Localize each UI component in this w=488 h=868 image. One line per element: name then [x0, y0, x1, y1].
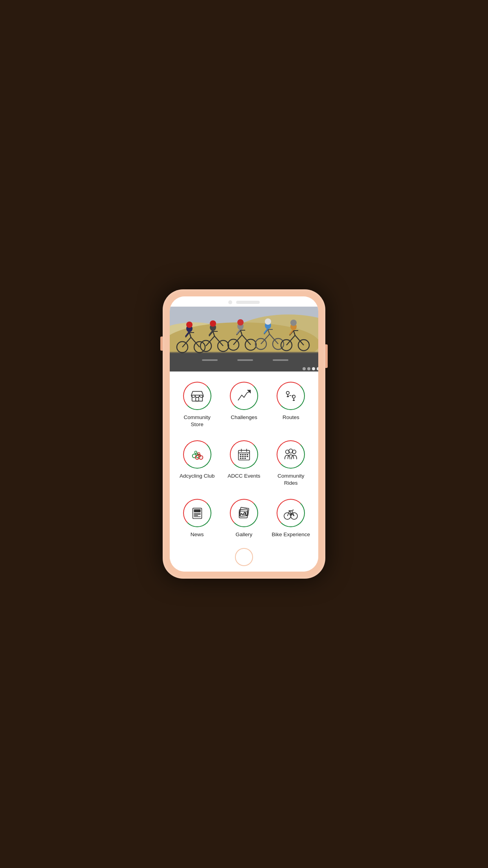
community-rides-icon — [283, 447, 298, 462]
news-icon-circle: NEWS — [183, 499, 211, 527]
routes-icon-circle — [277, 382, 305, 410]
phone-notch — [170, 296, 318, 307]
hero-banner — [170, 307, 318, 371]
svg-rect-89 — [242, 458, 244, 459]
svg-point-104 — [244, 512, 246, 514]
svg-rect-84 — [240, 456, 242, 457]
svg-rect-87 — [247, 456, 248, 457]
svg-rect-83 — [247, 454, 248, 455]
svg-rect-8 — [273, 359, 288, 361]
news-icon: NEWS — [190, 506, 205, 520]
svg-point-68 — [292, 395, 295, 398]
community-rides-label: Community Rides — [271, 473, 311, 486]
svg-point-66 — [286, 392, 290, 395]
svg-rect-88 — [240, 458, 242, 459]
bike-experience-icon-circle — [277, 499, 305, 527]
svg-rect-63 — [192, 395, 202, 401]
community-store-label: Community Store — [177, 414, 217, 428]
svg-point-59 — [303, 367, 306, 370]
community-rides-icon-circle — [277, 440, 305, 469]
svg-point-17 — [186, 322, 193, 328]
home-button[interactable] — [235, 548, 253, 566]
news-label: News — [191, 531, 204, 538]
menu-item-community-rides[interactable]: Community Rides — [268, 434, 314, 493]
menu-scroll: Community Store Challenges — [170, 371, 318, 545]
menu-item-adcc-events[interactable]: ADCC Events — [220, 434, 267, 493]
menu-item-gallery[interactable]: Gallery — [220, 493, 267, 544]
menu-grid: Community Store Challenges — [170, 371, 318, 545]
svg-rect-6 — [202, 359, 218, 361]
svg-rect-80 — [240, 454, 242, 455]
events-icon — [237, 447, 251, 462]
menu-item-adcycling-club[interactable]: Adcycling Club — [174, 434, 220, 493]
challenges-label: Challenges — [231, 414, 257, 421]
adcycling-icon — [190, 447, 205, 462]
menu-item-news[interactable]: NEWS News — [174, 493, 220, 544]
svg-point-72 — [194, 451, 197, 454]
routes-label: Routes — [283, 414, 299, 421]
svg-point-60 — [307, 367, 310, 370]
svg-point-57 — [290, 320, 297, 326]
adcc-events-icon-circle — [230, 440, 258, 469]
svg-point-27 — [210, 320, 216, 327]
routes-icon — [283, 388, 298, 403]
svg-rect-5 — [170, 353, 318, 371]
front-camera — [228, 300, 232, 304]
bike-icon — [283, 506, 298, 520]
svg-rect-7 — [237, 359, 253, 361]
bike-experience-label: Bike Experience — [272, 531, 310, 538]
gallery-label: Gallery — [236, 531, 253, 538]
phone-frame: Community Store Challenges — [163, 289, 325, 579]
home-button-area — [170, 545, 318, 572]
store-icon — [190, 388, 205, 403]
menu-item-community-store[interactable]: Community Store — [174, 375, 220, 434]
challenges-icon — [237, 388, 251, 403]
svg-rect-85 — [242, 456, 244, 457]
menu-item-bike-experience[interactable]: Bike Experience — [268, 493, 314, 544]
svg-point-47 — [265, 318, 271, 325]
svg-point-69 — [293, 400, 295, 401]
svg-point-105 — [284, 513, 291, 519]
gallery-icon — [237, 506, 251, 520]
phone-speaker — [236, 301, 260, 304]
gallery-icon-circle — [230, 499, 258, 527]
menu-item-routes[interactable]: Routes — [268, 375, 314, 434]
community-store-icon-circle — [183, 382, 211, 410]
adcc-events-label: ADCC Events — [227, 473, 260, 480]
adcycling-club-icon-circle — [183, 440, 211, 469]
svg-rect-90 — [244, 458, 246, 459]
svg-rect-81 — [242, 454, 244, 455]
svg-point-61 — [312, 367, 315, 370]
challenges-icon-circle — [230, 382, 258, 410]
svg-rect-82 — [244, 454, 246, 455]
phone-screen: Community Store Challenges — [170, 296, 318, 572]
svg-text:NEWS: NEWS — [194, 510, 200, 512]
menu-item-challenges[interactable]: Challenges — [220, 375, 267, 434]
svg-rect-64 — [196, 397, 199, 401]
adcycling-club-label: Adcycling Club — [180, 473, 215, 480]
svg-point-37 — [237, 319, 244, 326]
svg-rect-86 — [244, 456, 246, 457]
